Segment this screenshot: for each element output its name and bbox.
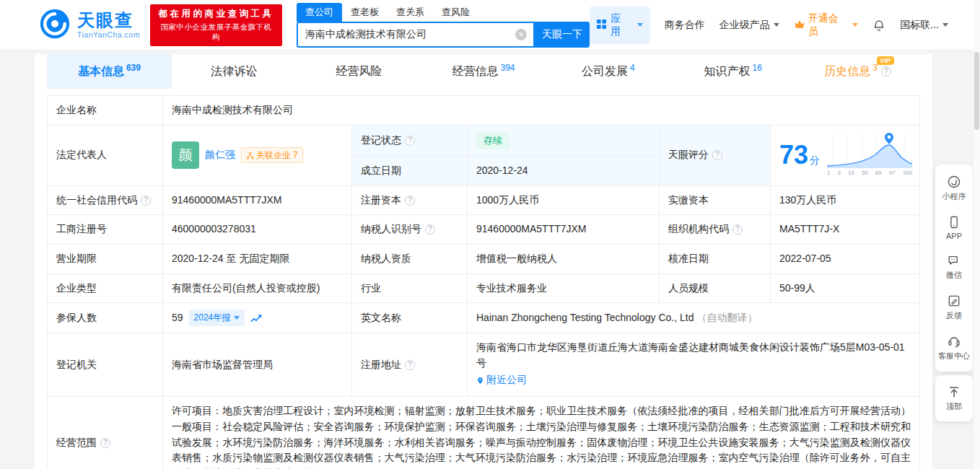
toolbar-app[interactable]: APP [935,209,973,247]
taxpayer-id-value: 91460000MA5TTT7JXM [468,215,660,245]
search-area: 查公司 查老板 查关系 查风险 × 天眼一下 [297,3,590,48]
credit-code-value: 91460000MA5TTT7JXM [163,185,352,215]
tab-operation-risk[interactable]: 经营风险 [297,54,421,89]
search-box: × [297,22,535,48]
search-tab-risk[interactable]: 查风险 [433,3,478,22]
apps-label: 应用 [611,12,629,38]
table-row: 企业类型 有限责任公司(自然人投资或控股) 行业 专业技术服务业 人员规模 50… [48,273,920,303]
credit-code-label: 统一社会信用代码? [48,185,163,215]
toolbar-customer-service[interactable]: 客服中心 [935,328,973,368]
trend-chart-icon[interactable] [250,313,262,323]
tab-count: 3 [872,63,878,73]
table-row: 参保人数 59 2024年报 英文名称 Hainan Zhongcheng Te… [48,303,920,333]
toolbar-mini-program[interactable]: 小程序 [935,168,973,209]
search-button[interactable]: 天眼一下 [535,22,590,48]
reg-status-cell: 存续 [468,125,660,156]
nav-national-standard[interactable]: 国标联... [900,19,948,32]
help-icon[interactable]: ? [712,150,722,160]
score-pin-icon [885,133,893,144]
table-row: 工商注册号 460000003278031 纳税人识别号? 91460000MA… [48,215,920,245]
wechat-icon [947,253,961,268]
table-row: 经营范围? 许可项目：地质灾害治理工程设计；室内环境检测；辐射监测；放射卫生技术… [48,397,920,469]
search-tabs: 查公司 查老板 查关系 查风险 [297,3,590,22]
logo-title: 天眼查 [77,11,140,30]
top-header: 天眼查 TianYanCha.com 都在用的商业查询工具 国家中小企业发展子基… [0,0,980,51]
help-icon[interactable]: ? [405,360,415,370]
help-icon[interactable]: ? [425,224,435,234]
tab-history-info[interactable]: VIP 历史信息 3 ? [795,54,920,89]
clear-icon[interactable]: × [515,29,527,40]
related-companies-badge[interactable]: 关联企业 7 [241,147,303,164]
approval-date-value: 2022-07-05 [771,244,920,273]
toolbar-feedback[interactable]: 反馈 [935,287,973,328]
table-row: 法定代表人 颜 颜仁强 关联企业 7 登记状态? 存续 天眼 [48,125,920,156]
related-label: 关联企业 [256,149,291,162]
tab-basic-info[interactable]: 基本信息 639 [47,54,172,89]
help-icon[interactable]: ? [141,196,151,206]
score-axis: 1315508997100 [827,169,912,177]
legal-rep-link[interactable]: 颜仁强 [205,147,235,163]
notification-bell-icon[interactable] [872,19,885,32]
industry-value: 专业技术服务业 [468,273,660,303]
headset-icon [947,334,961,349]
arrow-up-icon [947,385,961,399]
tab-count: 4 [630,63,635,73]
reg-capital-value: 1000万人民币 [468,185,660,215]
vip-badge: VIP [877,56,895,65]
location-pin-icon [476,376,484,385]
help-icon[interactable]: ? [881,66,891,76]
help-icon[interactable]: ? [732,224,743,234]
scrollbar-track [974,0,980,469]
search-tab-relation[interactable]: 查关系 [388,3,433,22]
avatar[interactable]: 颜 [172,141,199,169]
insured-count-value: 59 [172,310,183,326]
open-vip-link[interactable]: 开通会员 [794,12,859,38]
tyc-score-cell: 73分 [771,125,920,185]
staff-size-value: 50-99人 [771,273,920,303]
reg-number-label: 工商注册号 [48,215,163,245]
slogan-line2: 国家中小企业发展子基金旗下机构 [157,22,275,43]
tab-count: 16 [753,63,762,73]
nav-business-cooperation[interactable]: 商务合作 [665,19,705,32]
search-tab-boss[interactable]: 查老板 [342,3,388,22]
search-tab-company[interactable]: 查公司 [297,3,342,22]
related-count: 7 [293,149,298,162]
insured-count-cell: 59 2024年报 [163,303,352,333]
establish-date-value: 2020-12-24 [468,156,660,185]
toolbar-wechat[interactable]: 微信 [935,247,973,287]
apps-menu[interactable]: 应用 [590,6,650,44]
org-code-value: MA5TTT7J-X [771,215,920,245]
table-row: 营业期限 2020-12-24 至 无固定期限 纳税人资质 增值税一般纳税人 核… [48,244,920,273]
tianyancha-logo[interactable]: 天眼查 TianYanCha.com [39,8,140,43]
help-icon[interactable]: ? [100,438,110,448]
tab-label: 历史信息 [824,64,870,79]
chevron-down-icon [234,316,240,320]
back-to-top-button[interactable]: 顶部 [935,378,973,418]
nav-enterprise-products[interactable]: 企业级产品 [719,19,779,32]
taxpayer-id-label: 纳税人识别号? [352,215,468,245]
tab-company-development[interactable]: 公司发展 4 [546,54,670,89]
tab-business-info[interactable]: 经营信息 394 [421,54,546,89]
reg-capital-label: 注册资本? [352,185,468,215]
crown-icon [794,19,805,31]
help-icon[interactable]: ? [405,196,415,206]
nearby-companies-link[interactable]: 附近公司 [476,372,527,388]
slogan-line1: 都在用的商业查询工具 [157,8,275,20]
score-distribution-chart: 1315508997100 [827,132,912,177]
annual-report-badge[interactable]: 2024年报 [189,310,245,326]
tab-intellectual-property[interactable]: 知识产权 16 [670,54,795,89]
scrollbar-thumb[interactable] [974,52,979,130]
table-row: 登记机关 海南省市场监督管理局 注册地址? 海南省海口市龙华区海垦街道丘海大道海… [48,333,920,396]
paid-capital-value: 130万人民币 [771,185,920,215]
search-input[interactable] [298,29,515,40]
tab-legal-litigation[interactable]: 法律诉讼 [172,54,297,89]
chevron-down-icon [852,23,858,27]
help-icon[interactable]: ? [405,136,415,146]
mini-program-icon [947,175,961,189]
reg-status-label: 登记状态? [352,125,468,156]
tab-label: 公司发展 [582,64,628,79]
reg-authority-value: 海南省市场监督管理局 [163,333,352,396]
tab-label: 知识产权 [704,64,751,79]
slogan-banner: 都在用的商业查询工具 国家中小企业发展子基金旗下机构 [150,4,282,46]
tyc-score-value: 73分 [779,135,820,175]
